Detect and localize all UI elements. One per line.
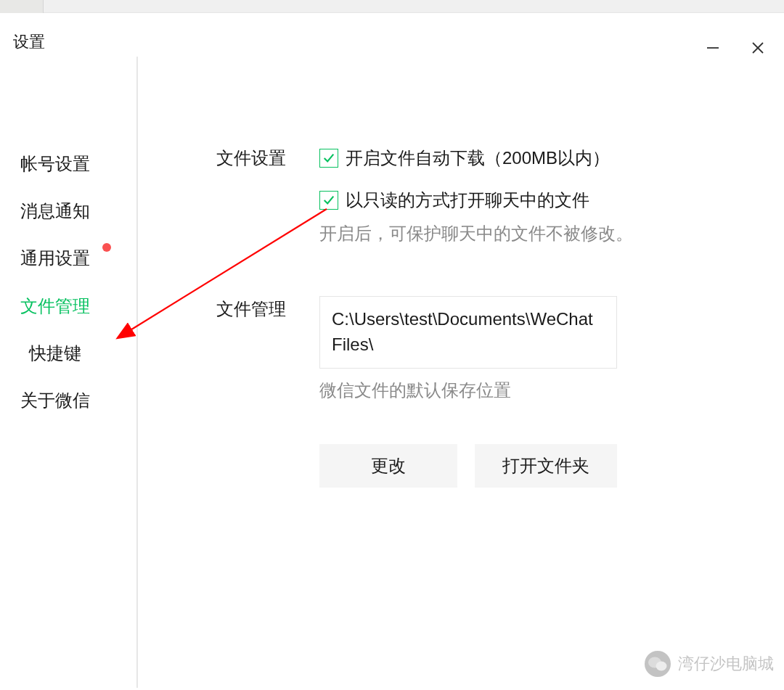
check-icon	[322, 194, 335, 207]
close-button[interactable]	[749, 39, 767, 57]
sidebar-item-label: 关于微信	[20, 390, 90, 410]
sidebar-item-general[interactable]: 通用设置	[20, 234, 137, 282]
file-settings-label: 文件设置	[216, 145, 319, 171]
window-title: 设置	[13, 17, 45, 53]
watermark: 湾仔沙电脑城	[645, 651, 774, 677]
main-panel: 文件设置 开启文件自动下载（200MB以内）	[138, 57, 784, 688]
file-path-input[interactable]: C:\Users\test\Documents\WeChat Files\	[319, 296, 617, 369]
check-icon	[322, 152, 335, 165]
minimize-button[interactable]	[704, 39, 722, 57]
titlebar-strip	[0, 0, 784, 13]
watermark-text: 湾仔沙电脑城	[678, 653, 774, 675]
auto-download-row: 开启文件自动下载（200MB以内）	[319, 145, 784, 171]
file-settings-content: 开启文件自动下载（200MB以内） 以只读的方式打开聊天中的文件 开启后，可保护…	[319, 145, 784, 247]
sidebar-item-label: 文件管理	[20, 296, 90, 316]
sidebar-item-label: 帐号设置	[20, 154, 90, 173]
file-management-section: 文件管理 C:\Users\test\Documents\WeChat File…	[216, 296, 784, 488]
readonly-open-row: 以只读的方式打开聊天中的文件	[319, 187, 784, 213]
notification-dot-icon	[102, 243, 111, 252]
settings-sidebar: 帐号设置 消息通知 通用设置 文件管理 快捷键 关于微信	[0, 57, 138, 688]
sidebar-item-shortcuts[interactable]: 快捷键	[20, 329, 137, 377]
titlebar-tab	[0, 0, 44, 13]
sidebar-item-account[interactable]: 帐号设置	[20, 140, 137, 187]
file-settings-section: 文件设置 开启文件自动下载（200MB以内）	[216, 145, 784, 247]
sidebar-item-label: 快捷键	[29, 343, 81, 363]
svg-point-6	[656, 662, 667, 671]
title-bar: 设置	[0, 13, 784, 57]
minimize-icon	[706, 41, 720, 55]
sidebar-item-label: 消息通知	[20, 201, 90, 221]
close-icon	[751, 41, 765, 55]
sidebar-item-file-management[interactable]: 文件管理	[20, 282, 137, 329]
readonly-hint: 开启后，可保护聊天中的文件不被修改。	[319, 221, 784, 247]
content-area: 帐号设置 消息通知 通用设置 文件管理 快捷键 关于微信 文件设置	[0, 57, 784, 688]
readonly-open-checkbox[interactable]	[319, 191, 338, 210]
wechat-icon	[645, 651, 671, 677]
auto-download-checkbox[interactable]	[319, 149, 338, 168]
sidebar-item-notifications[interactable]: 消息通知	[20, 187, 137, 234]
sidebar-item-label: 通用设置	[20, 248, 90, 268]
change-button[interactable]: 更改	[319, 444, 457, 488]
window-controls	[704, 33, 767, 57]
file-path-hint: 微信文件的默认保存位置	[319, 377, 784, 403]
file-management-buttons: 更改 打开文件夹	[319, 444, 784, 488]
readonly-open-label: 以只读的方式打开聊天中的文件	[346, 187, 589, 213]
file-management-content: C:\Users\test\Documents\WeChat Files\ 微信…	[319, 296, 784, 488]
settings-window: 设置 帐号设置 消息通知 通用设置	[0, 13, 784, 690]
auto-download-label: 开启文件自动下载（200MB以内）	[346, 145, 610, 171]
open-folder-button[interactable]: 打开文件夹	[475, 444, 617, 488]
file-management-label: 文件管理	[216, 296, 319, 322]
sidebar-item-about[interactable]: 关于微信	[20, 377, 137, 424]
